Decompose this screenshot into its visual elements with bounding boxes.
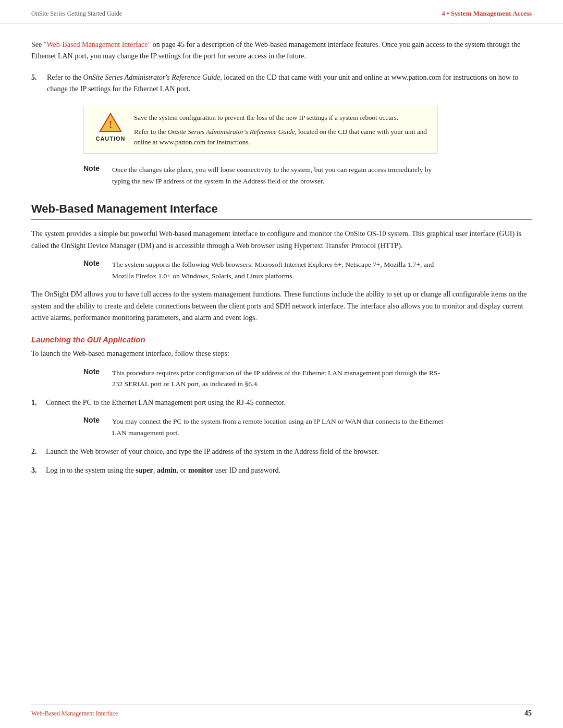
caution-line1: Save the system configuration to prevent… [134,113,429,123]
note-1: Note Once the changes take place, you wi… [83,164,448,187]
section-heading: Web-Based Management Interface [31,202,532,220]
step-5-content: Refer to the OnSite Series Administrator… [47,72,532,95]
step3-mid1: , [153,466,157,474]
footer-left: Web-Based Management Interface [31,710,118,718]
caution-label: CAUTION [95,135,125,142]
page-content: See "Web-Based Management Interface" on … [0,23,563,515]
step5-text1: Refer to the [47,73,83,81]
note-4: Note You may connect the PC to the syste… [83,416,448,438]
header-right: 4 • System Management Access [442,9,532,18]
caution-text-column: Save the system configuration to prevent… [134,113,429,147]
page-footer: Web-Based Management Interface 45 [31,705,532,718]
step-3-num: 3. [31,465,46,476]
note-2-label: Note [83,259,112,281]
caution-box: ! CAUTION Save the system configuration … [83,106,438,154]
step-5: 5. Refer to the OnSite Series Administra… [31,72,532,95]
note-3: Note This procedure requires prior confi… [83,367,448,390]
step-1: 1. Connect the PC to the Ethernet LAN ma… [31,397,532,409]
step-5-num: 5. [31,72,47,95]
step3-pre: Log in to the system using the [46,466,136,474]
caution-line2-pre: Refer to the [134,128,168,135]
page-header: OnSite Series Getting Started Guide 4 • … [0,0,563,23]
note-2: Note The system supports the following W… [83,259,448,281]
svg-text:!: ! [109,119,113,130]
note-1-text: Once the changes take place, you will lo… [112,164,448,187]
caution-triangle-icon: ! [99,113,122,132]
step-1-content: Connect the PC to the Ethernet LAN manag… [46,397,532,409]
subsection-heading: Launching the GUI Application [31,335,532,344]
step5-italic: OnSite Series Administrator's Reference … [83,73,221,81]
note-3-text: This procedure requires prior configurat… [112,367,448,390]
note-1-label: Note [83,164,112,187]
note-4-label: Note [83,416,112,438]
note-3-label: Note [83,367,112,390]
subsection-intro: To launch the Web-based management inter… [31,348,532,360]
section-para-2: The OnSight DM allows you to have full a… [31,289,532,324]
step-1-num: 1. [31,397,46,409]
step-2: 2. Launch the Web browser of your choice… [31,446,532,458]
step-3: 3. Log in to the system using the super,… [31,465,532,476]
section-para-1: The system provides a simple but powerfu… [31,228,532,252]
page: OnSite Series Getting Started Guide 4 • … [0,0,563,728]
step3-mid2: , or [177,466,188,474]
note-4-text: You may connect the PC to the system fro… [112,416,448,438]
step3-bold3: monitor [188,466,213,474]
step-2-content: Launch the Web browser of your choice, a… [46,446,532,458]
caution-icon-column: ! CAUTION [92,113,129,147]
step-2-num: 2. [31,446,46,458]
step-3-content: Log in to the system using the super, ad… [46,465,532,476]
note-2-text: The system supports the following Web br… [112,259,448,281]
footer-page-number: 45 [524,709,532,718]
header-left: OnSite Series Getting Started Guide [31,10,122,18]
step3-bold1: super [136,466,153,474]
caution-line2: Refer to the OnSite Series Administrator… [134,127,429,147]
web-interface-link[interactable]: "Web-Based Management Interface" [44,41,151,48]
step3-bold2: admin [157,466,177,474]
intro-paragraph: See "Web-Based Management Interface" on … [31,39,532,63]
caution-line2-italic: OnSite Series Administrator's Reference … [168,128,295,135]
step3-post: user ID and password. [213,466,280,474]
